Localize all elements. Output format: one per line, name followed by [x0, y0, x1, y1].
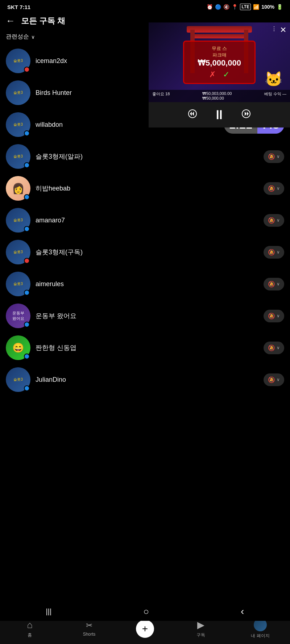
slot-title: 무료 스파크매 — [191, 45, 247, 58]
channel-item-jjanhan[interactable]: 😄 짠한형 신동엽 🔕 ∨ — [0, 332, 290, 364]
bell-icon: 🔕 — [268, 153, 275, 160]
notification-button[interactable]: 🔕 ∨ — [264, 342, 284, 354]
page-title: 모든 구독 채 — [21, 16, 65, 26]
channel-name: 짠한형 신동엽 — [36, 343, 258, 352]
mini-player-menu[interactable]: ⋮ — [271, 25, 277, 32]
channel-name: 운동부 왔어요 — [36, 311, 258, 320]
nav-shorts[interactable]: ✂ Shorts — [76, 621, 102, 637]
pause-button[interactable]: ⏸ — [213, 107, 226, 122]
mini-player: 무료 스파크매 ₩5,000,000 ✗ ✓ 🐱 ✕ ⋮ 좋아요 18 ₩50,… — [149, 22, 290, 127]
notification-button[interactable]: 🔕 ∨ — [264, 214, 284, 227]
avatar-wrap: 슬롯3 — [6, 272, 30, 296]
avatar-wrap: 슬롯3 — [6, 49, 30, 73]
channel-item-juliandino[interactable]: 슬롯3 JulianDino 🔕 ∨ — [0, 364, 290, 396]
notification-button[interactable]: 🔕 ∨ — [264, 182, 284, 195]
avatar-wrap: 운동부왔어요 — [6, 304, 30, 328]
forward-button[interactable] — [240, 108, 252, 122]
nav-subscriptions[interactable]: ▶ 구독 — [188, 619, 214, 638]
subscriptions-icon: ▶ — [197, 619, 204, 631]
add-icon: + — [142, 623, 148, 635]
chevron-icon: ∨ — [277, 218, 280, 223]
chevron-icon: ∨ — [277, 281, 280, 287]
avatar-wrap: 슬롯3 — [6, 208, 30, 233]
status-icons: ⏰ 🔵 🔇 📍 LTE 📶 100% 🔋 — [207, 4, 283, 10]
live-dot — [24, 258, 30, 264]
avatar-wrap: 슬롯3 — [6, 80, 30, 105]
android-home-button[interactable]: ○ — [143, 606, 149, 617]
nav-add-button[interactable]: + — [136, 620, 154, 638]
bell-icon: 🔕 — [268, 281, 275, 288]
live-dot — [24, 290, 30, 296]
slot-amount: ₩5,000,000 — [191, 58, 247, 68]
android-nav-bar: ||| ○ ‹ — [0, 602, 290, 621]
avatar-wrap: 👩 — [6, 176, 30, 201]
live-dot — [24, 385, 30, 391]
bell-icon: 🔕 — [268, 376, 275, 383]
bell-icon: 🔕 — [268, 313, 275, 319]
sort-chevron: ∨ — [31, 34, 35, 40]
android-menu-button[interactable]: ||| — [46, 607, 52, 616]
chevron-icon: ∨ — [277, 377, 280, 382]
channel-item-slot3alpha[interactable]: 슬롯3 슬롯3형제(알파) 🔕 ∨ — [0, 141, 290, 172]
status-bar: SKT 7:11 ⏰ 🔵 🔇 📍 LTE 📶 100% 🔋 — [0, 0, 290, 12]
channel-name: 슬롯3형제(알파) — [36, 152, 258, 161]
notification-button[interactable]: 🔕 ∨ — [264, 246, 284, 259]
nav-subscriptions-label: 구독 — [196, 632, 205, 638]
rewind-button[interactable] — [187, 108, 198, 122]
back-button[interactable]: ← — [6, 15, 15, 26]
nav-profile-label: 내 페이지 — [251, 633, 269, 639]
live-dot — [24, 162, 30, 168]
shorts-icon: ✂ — [86, 621, 92, 630]
mini-player-close[interactable]: ✕ — [280, 25, 286, 35]
mini-video-info: 좋아요 18 ₩50,003,000.00₩50,000.00 베팅 수익 — — [149, 90, 290, 102]
bell-icon: 🔕 — [268, 217, 275, 224]
live-dot — [24, 67, 30, 72]
channel-name: JulianDino — [36, 376, 258, 384]
bell-icon: 🔕 — [268, 249, 275, 256]
android-back-button[interactable]: ‹ — [241, 606, 244, 617]
chevron-icon: ∨ — [277, 250, 280, 255]
bell-icon: 🔕 — [268, 344, 275, 351]
channel-name: 히밥heebab — [36, 184, 258, 193]
avatar-wrap: 슬롯3 — [6, 112, 30, 137]
avatar-wrap: 😄 — [6, 335, 30, 360]
channel-name: amanaro7 — [36, 217, 258, 224]
chevron-icon: ∨ — [277, 186, 280, 191]
live-dot — [24, 194, 30, 200]
nav-shorts-label: Shorts — [83, 632, 96, 637]
carrier-time: SKT 7:11 — [7, 4, 30, 10]
nav-home-label: 홈 — [28, 632, 32, 638]
sort-label: 관련성순 — [6, 33, 29, 41]
chevron-icon: ∨ — [277, 313, 280, 318]
nav-home[interactable]: ⌂ 홈 — [17, 619, 42, 638]
notification-button[interactable]: 🔕 ∨ — [264, 373, 284, 386]
live-dot — [24, 354, 30, 359]
home-icon: ⌂ — [27, 619, 33, 631]
avatar-wrap: 슬롯3 — [6, 240, 30, 264]
nav-profile[interactable]: 내 페이지 — [248, 618, 273, 639]
live-dot — [24, 322, 30, 327]
notification-button[interactable]: 🔕 ∨ — [264, 310, 284, 322]
bell-icon: 🔕 — [268, 185, 275, 192]
live-dot — [24, 226, 30, 232]
channel-name: aimerules — [36, 280, 258, 288]
channel-item-slot3gudok[interactable]: 슬롯3 슬롯3형제(구독) 🔕 ∨ — [0, 236, 290, 268]
channel-item-heebab[interactable]: 👩 히밥heebab 🔕 ∨ — [0, 172, 290, 204]
channel-item-amanaro7[interactable]: 슬롯3 amanaro7 🔕 ∨ — [0, 204, 290, 236]
channel-item-undongbu[interactable]: 운동부왔어요 운동부 왔어요 🔕 ∨ — [0, 300, 290, 332]
notification-button[interactable]: 🔕 ∨ — [264, 278, 284, 290]
avatar-wrap: 슬롯3 — [6, 144, 30, 169]
chevron-icon: ∨ — [277, 154, 280, 159]
avatar: 슬롯3 — [6, 80, 30, 105]
avatar-wrap: 슬롯3 — [6, 367, 30, 392]
notification-button[interactable]: 🔕 ∨ — [264, 150, 284, 163]
channel-item-aimerules[interactable]: 슬롯3 aimerules 🔕 ∨ — [0, 268, 290, 300]
chevron-icon: ∨ — [277, 345, 280, 350]
mini-video-frame[interactable]: 무료 스파크매 ₩5,000,000 ✗ ✓ 🐱 ✕ ⋮ 좋아요 18 ₩50,… — [149, 22, 290, 102]
mini-player-controls: ⏸ — [149, 102, 290, 127]
channel-name: 슬롯3형제(구독) — [36, 248, 258, 256]
live-dot — [24, 130, 30, 136]
